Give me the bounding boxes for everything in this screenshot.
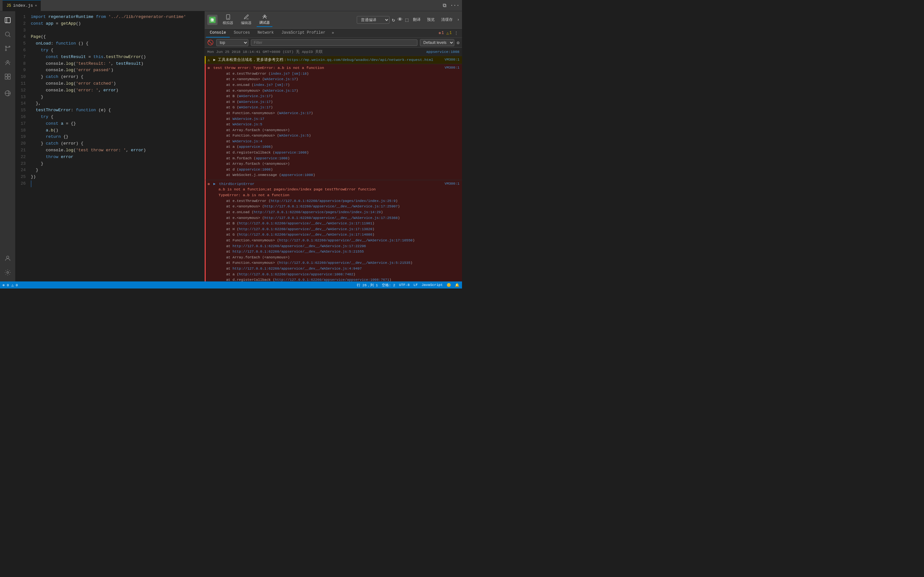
svg-point-12 xyxy=(7,271,9,274)
appid-source[interactable]: appservice:1008 xyxy=(426,49,459,55)
stack2-link[interactable]: http://127.0.0.1:62260/appservice/__dev_… xyxy=(233,250,364,253)
tab-sources[interactable]: Sources xyxy=(230,29,254,37)
simulator-btn[interactable]: 模拟器 xyxy=(220,13,236,27)
console-settings-icon[interactable]: ⚙ xyxy=(457,40,459,45)
stack2-link[interactable]: http://127.0.0.1:62260/appservice/pages/… xyxy=(271,199,396,203)
domain-link[interactable]: https://mp.weixin.qq.com/debug/wxadoc/de… xyxy=(287,58,433,62)
sidebar-explorer[interactable] xyxy=(1,14,14,27)
svg-text:微: 微 xyxy=(210,18,214,22)
refresh-icon[interactable]: ↻ xyxy=(392,17,395,23)
translate-area: 普通编译 ↻ 👁 ⬚ 翻译 预览 清缓存 › xyxy=(357,16,459,24)
code-content[interactable]: import regeneratorRuntime from '../../li… xyxy=(28,11,204,282)
tab-filename: index.js xyxy=(13,3,33,8)
translate-btn[interactable]: 翻译 xyxy=(411,16,423,23)
preview-eye-icon[interactable]: 👁 xyxy=(397,17,403,23)
sidebar-debug[interactable] xyxy=(1,56,14,69)
stack-link[interactable]: WAService.js:17 xyxy=(239,94,271,98)
split-editor-icon[interactable]: ⧉ xyxy=(443,3,446,9)
tab-more[interactable]: » xyxy=(329,29,336,37)
error1-stack: at e.testThrowError (index.js? [sm]:18) … xyxy=(213,71,459,179)
context-select[interactable]: top xyxy=(216,39,248,46)
sidebar-extensions[interactable] xyxy=(1,70,14,83)
stack-link[interactable]: WAService.js:17 xyxy=(264,77,296,81)
error-icon: ⊗ xyxy=(439,31,441,35)
stack-link[interactable]: appservice:1008 xyxy=(275,151,307,155)
error1-message: test throw error: TypeError: a.b is not … xyxy=(213,65,459,71)
clear-cache-btn[interactable]: 清缓存 xyxy=(439,16,455,23)
stack-link[interactable]: index.js? [sm]:7 xyxy=(254,83,288,87)
preview-btn[interactable]: 预览 xyxy=(425,16,437,23)
stack-link[interactable]: WAService.js:17 xyxy=(264,89,296,93)
sidebar-settings[interactable] xyxy=(1,266,14,279)
tab-console[interactable]: Console xyxy=(206,29,230,37)
compile-select[interactable]: 普通编译 xyxy=(357,16,389,24)
expand-icon[interactable]: ▶ xyxy=(213,181,216,187)
status-line-ending[interactable]: LF xyxy=(414,283,418,287)
status-spaces[interactable]: 空格: 2 xyxy=(382,283,395,287)
layers-icon[interactable]: ⬚ xyxy=(405,17,409,23)
stack2-link[interactable]: http://127.0.0.1:62260/appservice/__dev_… xyxy=(233,244,366,248)
stack-link[interactable]: WAService.js:17 xyxy=(239,105,271,109)
stack-link[interactable]: WAService.js:17 xyxy=(279,111,311,115)
status-notification[interactable]: 🔔 xyxy=(455,283,459,287)
more-devtools-icon[interactable]: › xyxy=(457,18,459,22)
editor-btn[interactable]: 编辑器 xyxy=(238,13,254,27)
more-actions-icon[interactable]: ··· xyxy=(450,3,459,9)
stack2-link[interactable]: http://127.0.0.1:62260/appservice/__dev_… xyxy=(239,221,373,226)
svg-rect-8 xyxy=(5,77,7,79)
settings-icon[interactable]: ⋮ xyxy=(454,31,458,35)
sidebar-scm[interactable] xyxy=(1,42,14,55)
warn-source[interactable]: VM300:1 xyxy=(445,57,459,63)
tab-close-icon[interactable]: × xyxy=(35,4,37,8)
sidebar-accounts[interactable] xyxy=(1,252,14,265)
console-warn-domain: VM300:1 ⚠ ▶ 工具未检查合法域名，更多请参考文档：https://mp… xyxy=(205,56,462,64)
svg-point-11 xyxy=(6,256,9,258)
stack2-link[interactable]: http://127.0.0.1:62260/appservice/__dev_… xyxy=(239,233,373,237)
stack-link[interactable]: WAService.js:4 xyxy=(233,139,262,143)
editor-actions: ⧉ ··· xyxy=(443,3,459,9)
status-encoding[interactable]: UTF-8 xyxy=(399,283,410,287)
stack2-link[interactable]: http://127.0.0.1:62260/appservice/__dev_… xyxy=(264,205,398,208)
error1-source[interactable]: VM300:1 xyxy=(445,65,459,71)
status-feedback[interactable]: 😊 xyxy=(447,283,451,287)
sidebar-search[interactable] xyxy=(1,28,14,41)
stack-link[interactable]: index.js? [sm]:18 xyxy=(271,72,307,76)
stack2-link[interactable]: http://127.0.0.1:62260/appservice/__dev_… xyxy=(279,239,413,242)
console-toolbar: 🚫 top Default levels ⚙ xyxy=(205,38,462,48)
console-output: Mon Jun 25 2018 18:14:41 GMT+0800 (CST) … xyxy=(205,48,462,282)
status-warnings[interactable]: △ 0 xyxy=(11,283,18,287)
stack-link[interactable]: WAService.js:5 xyxy=(233,122,262,126)
stack2-link[interactable]: http://127.0.0.1:62260/appservice/pages/… xyxy=(254,210,381,214)
error-count: ⊗ 1 xyxy=(439,31,444,35)
console-filter-input[interactable] xyxy=(251,39,417,46)
status-errors[interactable]: ⊗ 0 xyxy=(3,283,9,287)
stack2-link[interactable]: http://127.0.0.1:62260/appservice/__dev_… xyxy=(264,216,398,220)
stack2-link[interactable]: http://127.0.0.1:62260/appservice/__dev_… xyxy=(279,261,410,265)
stack-link[interactable]: appservice:1008 xyxy=(239,145,271,149)
status-language[interactable]: JavaScript xyxy=(422,283,443,287)
sidebar-remote[interactable] xyxy=(1,87,14,100)
stack-link[interactable]: WAService.js:5 xyxy=(279,134,309,137)
stack-link[interactable]: WAService.js:17 xyxy=(233,117,264,121)
tab-network[interactable]: Network xyxy=(254,29,278,37)
debugger-btn[interactable]: 调试器 xyxy=(257,13,272,27)
stack2-link[interactable]: http://127.0.0.1:62260/appservice/__dev_… xyxy=(239,227,373,231)
log-level-select[interactable]: Default levels xyxy=(420,39,454,46)
svg-point-2 xyxy=(5,50,6,51)
stack-link[interactable]: appservice:1008 xyxy=(239,168,271,171)
console-appid-row: Mon Jun 25 2018 18:14:41 GMT+0800 (CST) … xyxy=(205,48,462,56)
error2-source[interactable]: VM300:1 xyxy=(445,181,459,187)
tab-index-js[interactable]: JS index.js × xyxy=(3,0,41,11)
stack-link[interactable]: appservice:1008 xyxy=(281,173,313,177)
devtools-panel: 微 模拟器 编辑器 调试器 普通编译 xyxy=(205,11,462,282)
console-error-2: VM300:1 ⊗ ▶ thirdScriptError a.b is not … xyxy=(205,180,462,282)
warn-icon: △ xyxy=(447,31,449,35)
stack2-link[interactable]: http://127.0.0.1:62260/appservice/appser… xyxy=(239,272,353,276)
stack2-link[interactable]: http://127.0.0.1:62260/appservice/appser… xyxy=(275,278,389,282)
stack-link[interactable]: appservice:1008 xyxy=(256,156,288,160)
stack-link[interactable]: WAService.js:17 xyxy=(239,100,271,104)
tab-js-profiler[interactable]: JavaScript Profiler xyxy=(278,29,329,37)
console-clear-btn[interactable]: 🚫 xyxy=(207,39,214,46)
status-row-col[interactable]: 行 26，列 1 xyxy=(357,283,378,287)
stack2-link[interactable]: http://127.0.0.1:62260/appservice/__dev_… xyxy=(233,267,362,271)
